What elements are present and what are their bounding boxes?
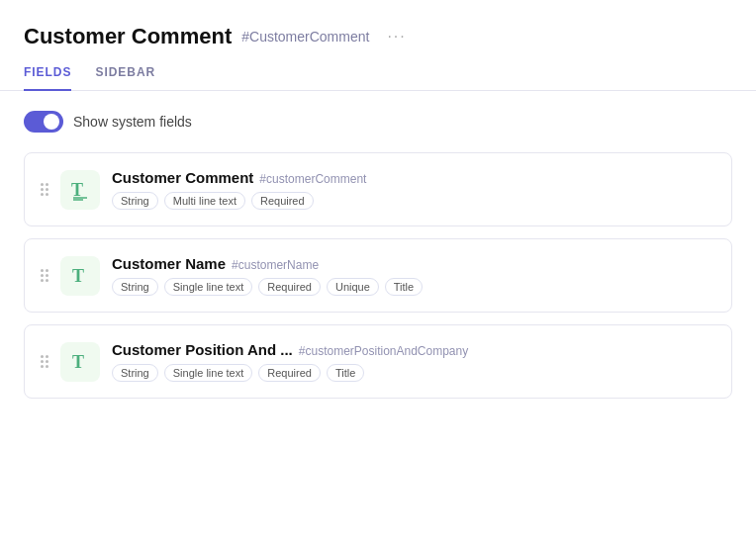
field-tags: String Single line text Required Title <box>112 364 715 382</box>
field-info-customer-comment: Customer Comment #customerComment String… <box>112 169 715 210</box>
drag-handle[interactable] <box>41 183 48 196</box>
page-header: Customer Comment #CustomerComment ··· <box>0 0 756 49</box>
page-title: Customer Comment <box>24 24 232 49</box>
field-info-customer-name: Customer Name #customerName String Singl… <box>112 255 715 296</box>
tag-single-line-text: Single line text <box>164 364 253 382</box>
tag-title: Title <box>385 278 423 296</box>
field-icon-multiline-text: T <box>60 170 100 210</box>
main-content: Show system fields T Customer Comment <box>0 91 756 430</box>
field-card-customer-position[interactable]: T Customer Position And ... #customerPos… <box>24 324 732 399</box>
tab-fields[interactable]: FIELDS <box>24 65 71 91</box>
field-name: Customer Name <box>112 255 226 272</box>
field-name: Customer Position And ... <box>112 341 293 358</box>
tag-required: Required <box>258 364 321 382</box>
tag-required: Required <box>258 278 321 296</box>
field-icon-single-text: T <box>60 342 100 382</box>
drag-handle[interactable] <box>41 355 48 368</box>
field-key: #customerComment <box>259 172 366 186</box>
field-key: #customerName <box>232 258 319 272</box>
tag-title: Title <box>327 364 364 382</box>
system-fields-toggle[interactable] <box>24 111 63 133</box>
field-card-customer-comment[interactable]: T Customer Comment #customerComment Stri… <box>24 152 732 226</box>
tab-sidebar[interactable]: SIDEBAR <box>95 65 155 91</box>
drag-handle[interactable] <box>41 269 48 282</box>
tag-string: String <box>112 278 158 296</box>
tag-required: Required <box>251 192 314 210</box>
svg-text:T: T <box>72 352 84 372</box>
field-tags: String Multi line text Required <box>112 192 715 210</box>
tag-string: String <box>112 192 158 210</box>
field-key: #customerPositionAndCompany <box>299 344 468 358</box>
field-icon-single-text: T <box>60 256 100 296</box>
tag-unique: Unique <box>327 278 379 296</box>
tag-string: String <box>112 364 158 382</box>
system-fields-label: Show system fields <box>73 114 192 130</box>
field-info-customer-position: Customer Position And ... #customerPosit… <box>112 341 715 382</box>
field-card-customer-name[interactable]: T Customer Name #customerName String Sin… <box>24 238 732 313</box>
svg-text:T: T <box>71 180 83 200</box>
page-hash: #CustomerComment <box>241 29 369 45</box>
tag-multi-line-text: Multi line text <box>164 192 245 210</box>
tab-bar: FIELDS SIDEBAR <box>0 65 756 91</box>
more-options-button[interactable]: ··· <box>383 24 410 49</box>
field-tags: String Single line text Required Unique … <box>112 278 715 296</box>
svg-text:T: T <box>72 266 84 286</box>
field-name: Customer Comment <box>112 169 253 186</box>
system-fields-toggle-row: Show system fields <box>24 111 732 133</box>
tag-single-line-text: Single line text <box>164 278 253 296</box>
